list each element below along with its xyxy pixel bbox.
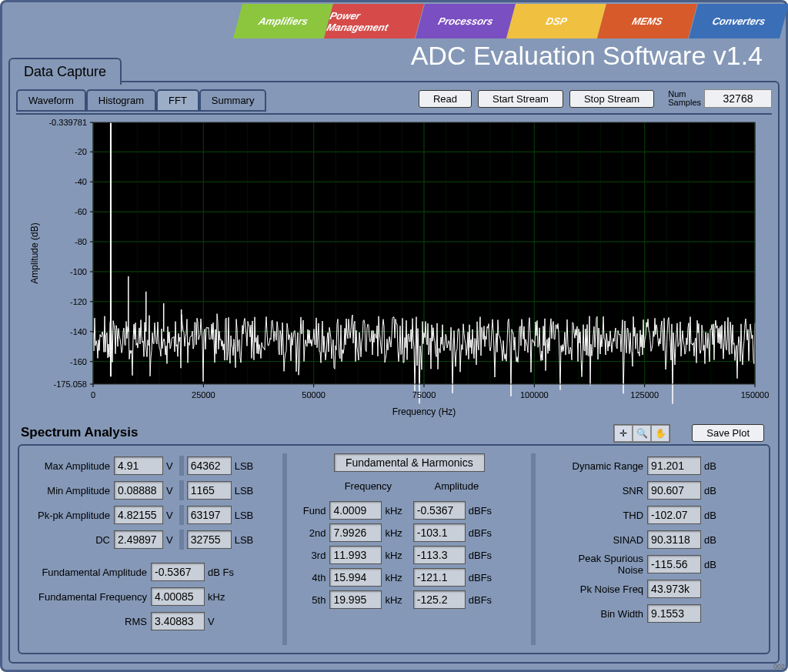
dc-label: DC [24,534,114,546]
svg-text:-175.058: -175.058 [54,379,87,389]
plot-tool-bar: ✛ 🔍 ✋ [613,424,670,443]
spectrum-analysis-panel: Max Amplitude4.91V64362LSB Min Amplitude… [18,444,770,654]
main-panel: WaveformHistogramFFTSummary Read Start S… [8,81,780,664]
harm-amp-header: Amplitude [410,480,503,492]
svg-text:100000: 100000 [520,390,549,400]
harm-freq-1[interactable]: 7.9926 [329,523,382,542]
tab-data-capture[interactable]: Data Capture [8,58,122,85]
svg-text:150000: 150000 [741,390,770,400]
thd-label: THD [543,510,647,521]
dynrange-v[interactable]: 91.201 [647,456,701,475]
num-samples-label: Num Samples [668,90,701,107]
footer-code: 002 [773,663,785,670]
svg-text:-140: -140 [70,327,87,336]
spectrum-analysis-title: Spectrum Analysis [21,425,138,440]
harmonics-title: Fundamental & Harmonics [334,453,485,472]
zoom-icon[interactable]: 🔍 [633,425,651,442]
max-amp-label: Max Amplitude [24,460,114,472]
banner-amplifiers: Amplifiers [233,4,333,38]
pkpk-v[interactable]: 4.82155 [114,506,163,524]
min-amp-label: Min Amplitude [24,485,114,496]
sinad-v[interactable]: 90.3118 [647,530,701,549]
svg-text:-120: -120 [70,297,87,306]
fft-plot[interactable]: -0.339781-20-40-60-80-100-120-140-160-17… [16,113,772,423]
harm-freq-header: Frequency [326,480,410,492]
harm-row-label: 4th [295,572,329,583]
rms-unit: V [205,616,218,627]
tab-histogram[interactable]: Histogram [86,89,156,112]
min-amp-lsb[interactable]: 1165 [187,481,232,500]
harm-row-label: 3rd [295,550,329,561]
harm-amp-2[interactable]: -113.3 [413,546,466,564]
svg-text:25000: 25000 [192,390,215,400]
tab-summary[interactable]: Summary [199,89,267,112]
svg-text:125000: 125000 [630,390,659,400]
harm-row-label: 5th [295,594,329,606]
harm-freq-3[interactable]: 15.994 [329,568,382,587]
svg-text:-20: -20 [75,147,87,156]
fund-amp-unit: dB Fs [205,567,237,578]
svg-text:75000: 75000 [412,390,436,400]
banner-mems: MEMS [597,4,697,38]
harm-amp-3[interactable]: -121.1 [413,568,466,587]
banner-strip: Amplifiers Power Management Processors D… [238,4,784,38]
banner-dsp: DSP [506,4,606,38]
fund-freq-unit: kHz [205,591,228,603]
harm-amp-1[interactable]: -103.1 [413,523,466,542]
harm-row-label: 2nd [295,527,329,539]
snr-v[interactable]: 90.607 [647,481,701,500]
app-title: ADC Evaluation Software v1.4 [411,41,763,71]
svg-text:50000: 50000 [302,390,326,400]
svg-text:-60: -60 [75,207,87,216]
svg-text:-160: -160 [70,357,87,366]
sinad-label: SINAD [543,534,647,546]
thd-v[interactable]: -102.07 [647,506,701,524]
svg-text:-0.339781: -0.339781 [48,118,87,127]
svg-text:-100: -100 [70,267,87,276]
dc-v[interactable]: 2.49897 [114,530,163,549]
harm-row-label: Fund [295,505,329,517]
banner-converters: Converters [689,4,788,38]
harm-freq-0[interactable]: 4.0009 [329,501,382,520]
psn-label: Peak Spurious Noise [543,553,647,576]
harm-amp-0[interactable]: -0.5367 [413,501,466,520]
svg-text:Frequency (Hz): Frequency (Hz) [392,406,456,417]
svg-text:Amplitude (dB): Amplitude (dB) [29,222,40,283]
pkpk-lsb[interactable]: 63197 [187,506,232,524]
svg-text:-40: -40 [75,177,87,186]
svg-text:0: 0 [91,390,95,400]
stop-stream-button[interactable]: Stop Stream [569,90,654,108]
banner-processors: Processors [416,4,516,38]
max-amp-v[interactable]: 4.91 [114,456,163,475]
min-amp-v[interactable]: 0.08888 [114,481,163,500]
fund-freq-v[interactable]: 4.00085 [151,587,205,606]
num-samples-field[interactable]: 32768 [704,89,772,108]
pan-icon[interactable]: ✋ [651,425,669,442]
svg-text:-80: -80 [75,237,87,246]
fund-freq-label: Fundamental Frequency [24,591,151,603]
fund-amp-v[interactable]: -0.5367 [151,563,205,581]
banner-power: Power Management [324,4,424,38]
read-button[interactable]: Read [419,90,472,108]
dc-lsb[interactable]: 32755 [187,530,232,549]
pnf-label: Pk Noise Freq [543,583,647,595]
harm-freq-2[interactable]: 11.993 [329,546,382,564]
rms-label: RMS [24,616,151,627]
binw-v[interactable]: 9.1553 [647,604,701,623]
start-stream-button[interactable]: Start Stream [478,90,563,108]
snr-label: SNR [543,485,647,496]
pkpk-label: Pk-pk Amplitude [24,510,114,521]
binw-label: Bin Width [543,608,647,620]
psn-v[interactable]: -115.56 [647,555,701,573]
dynrange-label: Dynamic Range [543,460,647,472]
harm-freq-4[interactable]: 19.995 [329,590,382,609]
tab-fft[interactable]: FFT [156,89,199,112]
harm-amp-4[interactable]: -125.2 [413,590,466,609]
pnf-v[interactable]: 43.973k [647,580,701,598]
rms-v[interactable]: 3.40883 [151,612,205,630]
save-plot-button[interactable]: Save Plot [692,424,764,442]
max-amp-lsb[interactable]: 64362 [187,456,232,475]
fund-amp-label: Fundamental Amplitude [24,567,151,578]
crosshair-icon[interactable]: ✛ [614,425,633,442]
tab-waveform[interactable]: Waveform [16,89,86,112]
